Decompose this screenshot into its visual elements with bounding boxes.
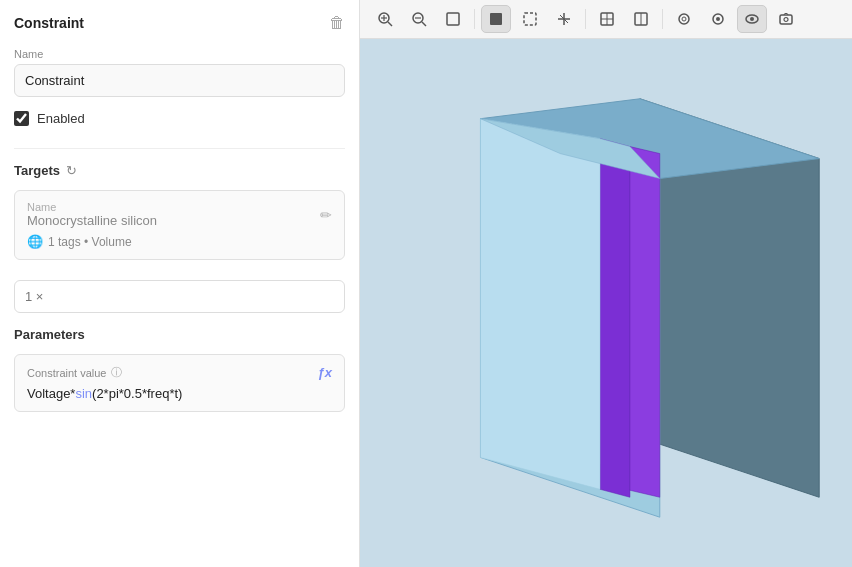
visibility-button[interactable] [737, 5, 767, 33]
svg-rect-8 [490, 13, 502, 25]
info-icon[interactable]: ⓘ [111, 365, 122, 380]
target-name-value: Monocrystalline silicon [27, 213, 157, 228]
svg-marker-30 [600, 139, 630, 498]
svg-line-5 [422, 22, 426, 26]
axes-button[interactable] [549, 5, 579, 33]
svg-line-1 [388, 22, 392, 26]
grid-icon [633, 11, 649, 27]
split-view-icon [599, 11, 615, 27]
param-label: Constraint value ⓘ [27, 365, 122, 380]
ortho-icon [522, 11, 538, 27]
panel-title: Constraint [14, 15, 84, 31]
3d-scene [360, 39, 852, 567]
svg-rect-9 [524, 13, 536, 25]
axes-icon [556, 11, 572, 27]
grid-button[interactable] [626, 5, 656, 33]
enabled-row: Enabled [14, 111, 345, 126]
camera-icon [778, 11, 794, 27]
perspective-button[interactable] [481, 5, 511, 33]
params-title: Parameters [14, 327, 345, 342]
edit-target-icon[interactable]: ✏ [320, 207, 332, 223]
panel-header: Constraint 🗑 [14, 14, 345, 32]
param-label-row: Constraint value ⓘ ƒx [27, 365, 332, 380]
render-mode2-icon [710, 11, 726, 27]
enabled-checkbox[interactable] [14, 111, 29, 126]
svg-point-23 [750, 17, 754, 21]
target-name-row: Name Monocrystalline silicon ✏ [27, 201, 332, 228]
3d-viewport[interactable] [360, 39, 852, 567]
name-input[interactable] [14, 64, 345, 97]
name-field-group: Name [14, 48, 345, 97]
param-value: Voltage*sin(2*pi*0.5*freq*t) [27, 386, 332, 401]
left-panel: Constraint 🗑 Name Enabled Targets ↻ Name… [0, 0, 360, 567]
refresh-icon[interactable]: ↻ [66, 163, 77, 178]
targets-title: Targets [14, 163, 60, 178]
split-view-button[interactable] [592, 5, 622, 33]
eye-icon [744, 11, 760, 27]
targets-section-header: Targets ↻ [14, 163, 345, 178]
svg-point-18 [679, 14, 689, 24]
constraint-sin-fn: sin [75, 386, 92, 401]
constraint-rest-text: (2*pi*0.5*freq*t) [92, 386, 182, 401]
svg-marker-31 [630, 147, 660, 498]
fx-icon[interactable]: ƒx [318, 365, 332, 380]
render-mode1-icon [676, 11, 692, 27]
constraint-value-label: Constraint value [27, 367, 107, 379]
target-name-col: Name Monocrystalline silicon [27, 201, 157, 228]
zoom-extents-icon [377, 11, 393, 27]
delete-button[interactable]: 🗑 [329, 14, 345, 32]
svg-point-19 [682, 17, 686, 21]
right-panel [360, 0, 852, 567]
target-chip-input[interactable] [14, 280, 345, 313]
svg-marker-32 [480, 119, 600, 490]
viewport-toolbar [360, 0, 852, 39]
zoom-extents-button[interactable] [370, 5, 400, 33]
zoom-out-icon [411, 11, 427, 27]
render-mode2-button[interactable] [703, 5, 733, 33]
svg-point-21 [716, 17, 720, 21]
separator-2 [585, 9, 586, 29]
fit-view-icon [445, 11, 461, 27]
target-meta: 🌐 1 tags • Volume [27, 234, 332, 249]
target-chip-row [14, 280, 345, 313]
enabled-label: Enabled [37, 111, 85, 126]
target-box: Name Monocrystalline silicon ✏ 🌐 1 tags … [14, 190, 345, 260]
constraint-value-box: Constraint value ⓘ ƒx Voltage*sin(2*pi*0… [14, 354, 345, 412]
fit-view-button[interactable] [438, 5, 468, 33]
divider-1 [14, 148, 345, 149]
svg-rect-7 [447, 13, 459, 25]
ortho-button[interactable] [515, 5, 545, 33]
zoom-out-button[interactable] [404, 5, 434, 33]
separator-3 [662, 9, 663, 29]
separator-1 [474, 9, 475, 29]
globe-icon: 🌐 [27, 234, 43, 249]
screenshot-button[interactable] [771, 5, 801, 33]
constraint-plain-text: Voltage* [27, 386, 75, 401]
svg-point-25 [784, 18, 788, 22]
target-tags-text: 1 tags • Volume [48, 235, 132, 249]
target-name-label: Name [27, 201, 157, 213]
params-section: Parameters Constraint value ⓘ ƒx Voltage… [14, 327, 345, 412]
render-mode1-button[interactable] [669, 5, 699, 33]
name-label: Name [14, 48, 345, 60]
perspective-icon [488, 11, 504, 27]
svg-rect-24 [780, 15, 792, 24]
